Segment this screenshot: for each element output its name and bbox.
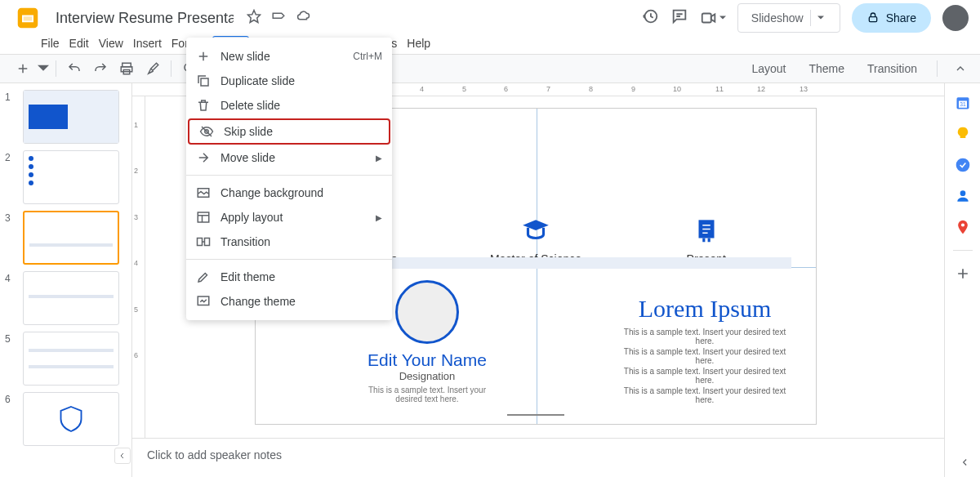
slide-thumbnail-5[interactable] — [23, 332, 119, 386]
menu-label: Duplicate slide — [220, 74, 295, 87]
menu-delete-slide[interactable]: Delete slide — [186, 93, 392, 118]
slideshow-button[interactable]: Slideshow — [737, 3, 840, 33]
cloud-icon[interactable] — [296, 9, 310, 27]
star-icon[interactable] — [247, 9, 261, 27]
timeline-icon — [691, 215, 722, 246]
menu-insert[interactable]: Insert — [128, 36, 167, 51]
menu-file[interactable]: File — [36, 36, 65, 51]
app-logo[interactable] — [11, 7, 44, 29]
menu-label: Edit theme — [220, 270, 275, 283]
move-icon[interactable] — [271, 9, 286, 27]
notes-placeholder: Click to add speaker notes — [147, 448, 282, 461]
menu-separator — [186, 175, 392, 176]
menu-label: Delete slide — [220, 99, 280, 112]
menu-label: Change background — [220, 186, 323, 199]
menu-label: New slide — [220, 50, 270, 63]
slideshow-options-icon[interactable] — [810, 10, 826, 26]
lorem-title: Lorem Ipsum — [615, 295, 795, 323]
add-on-icon[interactable] — [955, 265, 971, 282]
document-title[interactable] — [51, 8, 238, 29]
lorem-line: This is a sample text. Insert your desir… — [615, 367, 795, 385]
page-number-line — [507, 414, 564, 416]
menu-edit[interactable]: Edit — [65, 36, 94, 51]
calendar-icon[interactable]: 31 — [955, 95, 971, 111]
speaker-notes[interactable]: Click to add speaker notes — [132, 438, 944, 477]
slideshow-label: Slideshow — [751, 11, 804, 25]
ruler-tick: 9 — [631, 85, 635, 93]
layout-button[interactable]: Layout — [745, 59, 792, 78]
filmstrip-toggle[interactable] — [114, 448, 131, 464]
ruler-tick: 7 — [546, 85, 550, 93]
keep-icon[interactable] — [955, 126, 971, 142]
menu-change-theme[interactable]: Change theme — [186, 289, 392, 314]
menu-new-slide[interactable]: New slide Ctrl+M — [186, 44, 392, 69]
hide-menus-button[interactable] — [951, 59, 970, 78]
print-button[interactable] — [115, 57, 138, 80]
duplicate-icon — [196, 74, 211, 88]
slide-thumbnail-2[interactable] — [23, 150, 119, 204]
menu-label: Move slide — [220, 151, 275, 164]
new-slide-button[interactable] — [11, 57, 34, 80]
menu-label: Skip slide — [224, 125, 273, 138]
menu-view[interactable]: View — [94, 36, 128, 51]
submenu-arrow-icon: ▶ — [376, 213, 382, 222]
side-panel: 31 — [944, 83, 980, 477]
trash-icon — [196, 98, 211, 113]
new-slide-arrow[interactable] — [38, 57, 49, 80]
menu-help[interactable]: Help — [402, 36, 435, 51]
menu-move-slide[interactable]: Move slide ▶ — [186, 145, 392, 170]
maps-icon[interactable] — [955, 219, 971, 235]
profile-name: Edit Your Name — [362, 350, 492, 370]
svg-point-23 — [960, 223, 964, 226]
menu-edit-theme[interactable]: Edit theme — [186, 265, 392, 289]
svg-point-21 — [956, 158, 969, 172]
theme-button[interactable]: Theme — [802, 59, 851, 78]
meet-icon[interactable] — [700, 9, 726, 27]
plus-icon — [196, 49, 211, 64]
move-slide-icon — [196, 150, 211, 165]
contacts-icon[interactable] — [955, 188, 971, 204]
thumb-number: 6 — [5, 392, 18, 446]
svg-rect-4 — [869, 17, 876, 22]
slide-thumbnail-3[interactable] — [23, 211, 119, 265]
ruler-tick: 10 — [673, 85, 681, 93]
menu-label: Apply layout — [220, 211, 283, 224]
menu-duplicate-slide[interactable]: Duplicate slide — [186, 69, 392, 93]
svg-marker-1 — [248, 11, 261, 23]
paint-format-button[interactable] — [141, 57, 164, 80]
edit-theme-icon — [196, 270, 211, 284]
history-icon[interactable] — [641, 7, 659, 29]
submenu-arrow-icon: ▶ — [376, 154, 382, 163]
svg-rect-8 — [198, 212, 209, 222]
profile-text: This is a sample text. Insert your desir… — [362, 386, 492, 403]
slide-thumbnail-6[interactable] — [23, 392, 119, 446]
menu-apply-layout[interactable]: Apply layout ▶ — [186, 205, 392, 230]
menu-skip-slide[interactable]: Skip slide — [188, 118, 390, 145]
slide-thumbnail-1[interactable] — [23, 90, 119, 144]
lorem-line: This is a sample text. Insert your desir… — [615, 386, 795, 404]
menu-label: Change theme — [220, 295, 296, 308]
ruler-tick: 12 — [757, 85, 765, 93]
profile-image — [395, 280, 459, 344]
eye-off-icon — [199, 124, 214, 139]
transition-button[interactable]: Transition — [861, 59, 924, 78]
menu-transition[interactable]: Transition — [186, 230, 392, 254]
lorem-line: This is a sample text. Insert your desir… — [615, 328, 795, 345]
show-sidepanel-button[interactable] — [956, 452, 975, 472]
menu-change-background[interactable]: Change background — [186, 181, 392, 205]
thumb-number: 4 — [5, 271, 18, 325]
change-theme-icon — [196, 294, 211, 309]
menu-bar: FileEditViewInsertFormatSlideArrangeTool… — [0, 36, 980, 54]
comments-icon[interactable] — [670, 7, 688, 29]
share-button[interactable]: Share — [852, 3, 931, 33]
ruler-tick: 8 — [589, 85, 593, 93]
filmstrip[interactable]: 123456 — [0, 83, 132, 477]
account-avatar[interactable] — [942, 5, 969, 31]
slide-thumbnail-4[interactable] — [23, 271, 119, 325]
ruler-tick: 6 — [504, 85, 508, 93]
redo-button[interactable] — [89, 57, 112, 80]
slide-menu-dropdown: New slide Ctrl+M Duplicate slide Delete … — [186, 38, 392, 320]
shortcut-label: Ctrl+M — [353, 51, 382, 62]
tasks-icon[interactable] — [955, 157, 971, 173]
undo-button[interactable] — [63, 57, 86, 80]
